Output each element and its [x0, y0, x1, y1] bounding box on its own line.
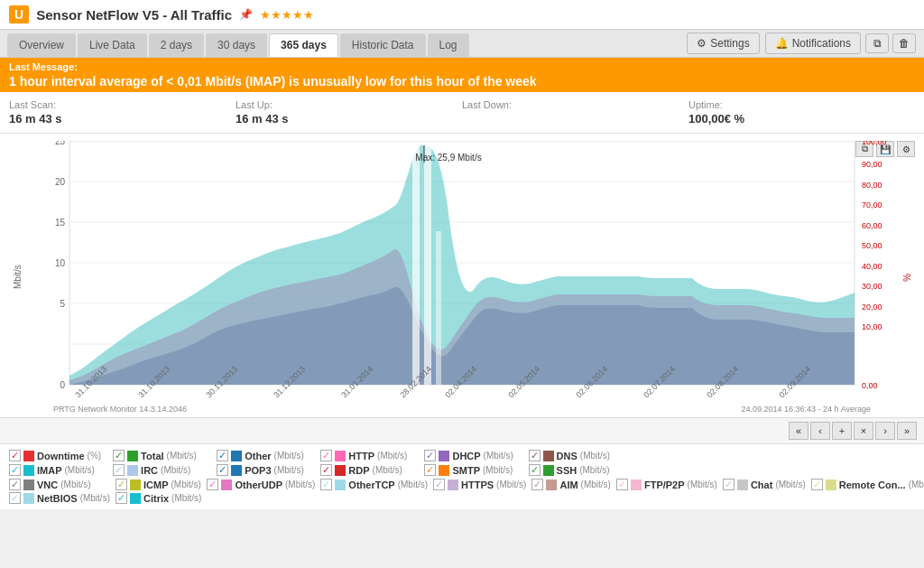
last-scan-label: Last Scan: [9, 99, 236, 110]
legend-name-other: Other [245, 451, 271, 461]
settings-button[interactable]: ⚙ Settings [687, 33, 759, 54]
last-scan-stat: Last Scan: 16 m 43 s [9, 99, 236, 126]
legend-check-ssh[interactable]: ✓ [529, 464, 541, 476]
svg-text:5: 5 [60, 299, 65, 309]
legend-check-remotecon[interactable]: ✓ [811, 479, 823, 490]
legend-name-ftp: FTP/P2P [644, 480, 685, 490]
clone-button[interactable]: ⧉ [865, 33, 889, 53]
legend-check-vnc[interactable]: ✓ [9, 479, 21, 490]
legend-area: ✓ Downtime (%) ✓ Total (Mbit/s) ✓ Other … [0, 443, 924, 509]
legend-name-citrix: Citrix [143, 493, 169, 504]
legend-check-otherudp[interactable]: ✓ [207, 479, 218, 490]
last-scan-value: 16 m 43 s [9, 112, 236, 126]
uptime-label: Uptime: [688, 99, 915, 110]
chart-svg: 25 20 15 10 5 0 Max: 25,9 Mbit/s [26, 141, 898, 403]
legend-check-smtp[interactable]: ✓ [424, 464, 436, 476]
svg-rect-15 [424, 143, 431, 385]
pagination-row: « ‹ + × › » [0, 417, 924, 443]
legend-pop3: ✓ POP3 (Mbit/s) [217, 464, 315, 476]
tab-2days[interactable]: 2 days [149, 33, 204, 57]
legend-grid-wrap: ✓ Downtime (%) ✓ Total (Mbit/s) ✓ Other … [9, 450, 924, 504]
legend-check-imap[interactable]: ✓ [9, 464, 21, 476]
legend-dns: ✓ DNS (Mbit/s) [529, 450, 627, 461]
legend-color-rdp [335, 465, 346, 476]
tab-365days[interactable]: 365 days [269, 33, 338, 57]
page-first-button[interactable]: « [789, 422, 808, 440]
legend-name-ssh: SSH [557, 465, 578, 476]
legend-color-icmp [130, 480, 141, 490]
tab-historic-data[interactable]: Historic Data [340, 33, 426, 57]
legend-check-dns[interactable]: ✓ [529, 450, 541, 461]
legend-downtime: ✓ Downtime (%) [9, 450, 107, 461]
legend-othertcp: ✓ OtherTCP (Mbit/s) [320, 479, 428, 490]
legend-check-icmp[interactable]: ✓ [116, 479, 127, 490]
svg-text:0,00: 0,00 [862, 381, 878, 390]
legend-color-citrix [130, 493, 141, 504]
legend-check-chat[interactable]: ✓ [723, 479, 735, 490]
page-add-button[interactable]: + [832, 422, 852, 440]
legend-name-dhcp: DHCP [452, 451, 480, 461]
legend-check-pop3[interactable]: ✓ [217, 464, 228, 476]
alert-message: 1 hour interval average of < 0,01 Mbit/s… [9, 74, 915, 88]
legend-name-rdp: RDP [348, 465, 369, 476]
legend-ftp: ✓ FTP/P2P (Mbit/s) [616, 479, 717, 490]
last-up-value: 16 m 43 s [236, 112, 462, 126]
last-down-stat: Last Down: [462, 99, 688, 126]
legend-otherudp: ✓ OtherUDP (Mbit/s) [207, 479, 315, 490]
delete-button[interactable]: 🗑 [892, 33, 916, 53]
legend-name-netbios: NetBIOS [37, 493, 78, 504]
last-up-stat: Last Up: 16 m 43 s [236, 99, 462, 126]
legend-name-smtp: SMTP [452, 465, 480, 476]
legend-check-http[interactable]: ✓ [320, 450, 332, 461]
legend-color-total [127, 451, 138, 461]
legend-check-dhcp[interactable]: ✓ [424, 450, 436, 461]
legend-check-https[interactable]: ✓ [433, 479, 445, 490]
legend-rdp: ✓ RDP (Mbit/s) [320, 464, 419, 476]
legend-chat: ✓ Chat (Mbit/s) [723, 479, 806, 490]
legend-color-downtime [23, 451, 34, 461]
page-close-button[interactable]: × [854, 422, 873, 440]
svg-text:15: 15 [55, 218, 66, 228]
legend-check-ftp[interactable]: ✓ [616, 479, 628, 490]
stats-row: Last Scan: 16 m 43 s Last Up: 16 m 43 s … [0, 92, 924, 134]
svg-text:100,00: 100,00 [862, 141, 887, 146]
legend-check-other[interactable]: ✓ [217, 450, 228, 461]
page-prev-button[interactable]: ‹ [810, 422, 830, 440]
page-title: Sensor NetFlow V5 - All Traffic [36, 7, 232, 23]
page-next-button[interactable]: › [875, 422, 895, 440]
legend-check-aim[interactable]: ✓ [531, 479, 543, 490]
logo: U [9, 5, 29, 23]
legend-color-remotecon [826, 480, 836, 490]
tab-log[interactable]: Log [428, 33, 469, 57]
legend-netbios: ✓ NetBIOS (Mbit/s) [9, 492, 110, 504]
uptime-value: 100,00€ % [688, 112, 915, 126]
legend-check-downtime[interactable]: ✓ [9, 450, 21, 461]
legend-check-citrix[interactable]: ✓ [116, 492, 127, 504]
legend-color-other [231, 451, 242, 461]
legend-vnc: ✓ VNC (Mbit/s) [9, 479, 110, 490]
legend-name-othertcp: OtherTCP [348, 480, 394, 490]
header: U Sensor NetFlow V5 - All Traffic 📌 ★★★★… [0, 0, 924, 30]
tab-overview[interactable]: Overview [7, 33, 76, 57]
legend-check-netbios[interactable]: ✓ [9, 492, 21, 504]
legend-color-irc [127, 465, 138, 476]
star-rating: ★★★★★ [260, 8, 314, 22]
page-last-button[interactable]: » [897, 422, 917, 440]
chart-settings-button[interactable]: ⚙ [897, 141, 915, 157]
notifications-button[interactable]: 🔔 Notifications [765, 33, 861, 54]
legend-check-rdp[interactable]: ✓ [320, 464, 332, 476]
legend-check-othertcp[interactable]: ✓ [320, 479, 332, 490]
legend-aim: ✓ AIM (Mbit/s) [531, 479, 611, 490]
svg-text:90,00: 90,00 [862, 160, 882, 169]
legend-check-irc[interactable]: ✓ [113, 464, 125, 476]
legend-smtp: ✓ SMTP (Mbit/s) [424, 464, 522, 476]
legend-check-total[interactable]: ✓ [113, 450, 125, 461]
tab-live-data[interactable]: Live Data [78, 33, 147, 57]
legend-color-dhcp [439, 451, 449, 461]
legend-name-chat: Chat [751, 480, 772, 490]
legend-color-ftp [631, 480, 642, 490]
last-up-label: Last Up: [236, 99, 462, 110]
legend-color-https [448, 480, 458, 490]
tab-30days[interactable]: 30 days [206, 33, 267, 57]
legend-ssh: ✓ SSH (Mbit/s) [529, 464, 627, 476]
